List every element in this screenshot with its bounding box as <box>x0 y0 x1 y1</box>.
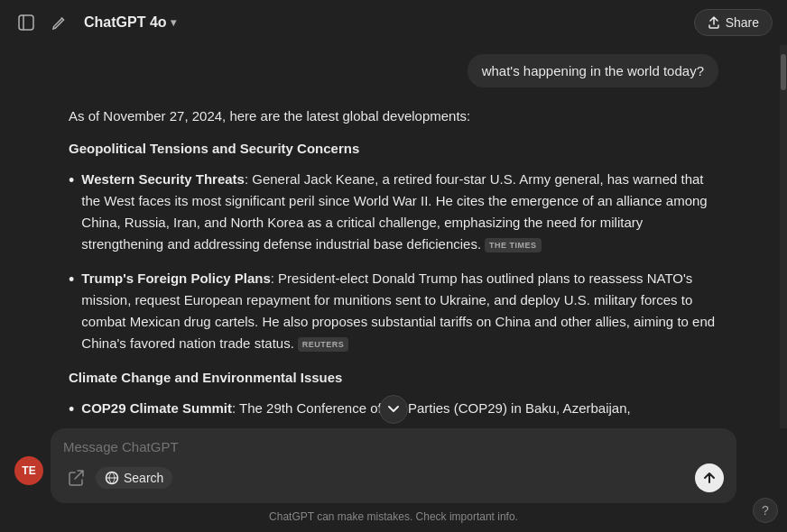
item1-source: THE TIMES <box>485 238 542 252</box>
scroll-track <box>780 45 787 428</box>
search-label: Search <box>124 471 163 485</box>
geopolitical-list: • Western Security Threats: General Jack… <box>69 169 718 354</box>
attach-button[interactable] <box>63 465 88 491</box>
user-bubble: what's happening in the world today? <box>468 54 718 87</box>
item3-text: : The 29th Conference of the Parties (CO… <box>232 400 631 416</box>
ai-intro: As of November 27, 2024, here are the la… <box>69 105 718 127</box>
sidebar-toggle-button[interactable] <box>14 11 38 34</box>
section2-title: Climate Change and Environmental Issues <box>69 367 718 389</box>
footer-text: ChatGPT can make mistakes. Check importa… <box>269 510 518 523</box>
item2-title: Trump's Foreign Policy Plans <box>81 271 270 286</box>
header-left: ChatGPT 4o ▾ <box>14 11 685 34</box>
send-button[interactable] <box>695 463 724 492</box>
share-label: Share <box>726 15 759 30</box>
bullet-icon: • <box>69 170 74 192</box>
message-input[interactable] <box>63 439 724 454</box>
edit-button[interactable] <box>47 12 69 34</box>
user-message-text: what's happening in the world today? <box>482 63 704 78</box>
bullet-icon: • <box>69 269 74 291</box>
list-item: • Trump's Foreign Policy Plans: Presiden… <box>69 268 718 354</box>
input-area: Search <box>0 428 787 507</box>
chat-container: what's happening in the world today? As … <box>51 45 736 419</box>
bullet-icon: • <box>69 399 74 419</box>
item1-content: Western Security Threats: General Jack K… <box>81 169 718 255</box>
section1-title: Geopolitical Tensions and Security Conce… <box>69 138 718 160</box>
scroll-thumb[interactable] <box>781 54 786 90</box>
svg-rect-0 <box>19 15 33 30</box>
main-chat-area: what's happening in the world today? As … <box>0 45 787 428</box>
input-box: Search <box>51 428 736 503</box>
avatar: TE <box>14 456 43 485</box>
header: ChatGPT 4o ▾ Share <box>0 0 787 45</box>
help-label: ? <box>762 503 769 518</box>
share-button[interactable]: Share <box>694 9 773 36</box>
model-name: ChatGPT 4o <box>84 14 167 31</box>
item1-title: Western Security Threats <box>81 171 245 187</box>
search-button[interactable]: Search <box>96 467 172 489</box>
item2-source: REUTERS <box>298 337 349 352</box>
footer: ChatGPT can make mistakes. Check importa… <box>0 507 787 532</box>
avatar-initials: TE <box>22 464 35 477</box>
help-button[interactable]: ? <box>753 498 778 523</box>
scroll-down-button[interactable] <box>379 395 408 424</box>
list-item: • Western Security Threats: General Jack… <box>69 169 718 255</box>
item2-content: Trump's Foreign Policy Plans: President-… <box>81 268 718 354</box>
item3-title: COP29 Climate Summit <box>81 400 232 416</box>
input-left-actions: Search <box>63 465 172 491</box>
user-message: what's happening in the world today? <box>69 54 718 87</box>
input-actions: Search <box>63 463 724 492</box>
chevron-down-icon: ▾ <box>171 16 176 29</box>
model-selector-button[interactable]: ChatGPT 4o ▾ <box>79 11 181 34</box>
ai-response: As of November 27, 2024, here are the la… <box>69 105 718 419</box>
